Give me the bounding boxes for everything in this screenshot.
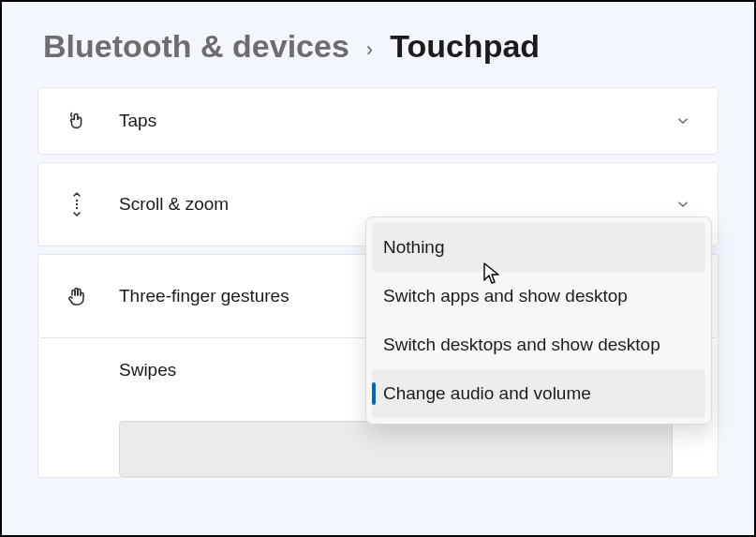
dropdown-option-switch-desktops[interactable]: Switch desktops and show desktop: [372, 321, 705, 369]
svg-point-0: [76, 200, 78, 201]
breadcrumb-current: Touchpad: [390, 28, 540, 65]
section-title: Taps: [119, 111, 674, 131]
option-label: Switch desktops and show desktop: [383, 335, 660, 355]
scroll-icon: [65, 191, 89, 217]
svg-point-1: [76, 203, 78, 205]
section-taps[interactable]: Taps: [37, 87, 719, 155]
breadcrumb-parent[interactable]: Bluetooth & devices: [43, 28, 349, 65]
chevron-down-icon: [674, 112, 691, 129]
option-label: Switch apps and show desktop: [383, 286, 628, 306]
chevron-right-icon: ›: [366, 37, 373, 62]
tap-icon: [65, 111, 89, 131]
option-label: Nothing: [383, 237, 445, 258]
dropdown-option-switch-apps[interactable]: Switch apps and show desktop: [372, 272, 705, 321]
svg-point-2: [76, 207, 78, 209]
hand-icon: [65, 285, 89, 307]
gesture-preview: [119, 421, 673, 477]
swipes-dropdown[interactable]: Nothing Switch apps and show desktop Swi…: [365, 216, 712, 425]
option-label: Change audio and volume: [383, 383, 591, 404]
dropdown-option-nothing[interactable]: Nothing: [372, 223, 705, 272]
swipes-label: Swipes: [119, 360, 176, 380]
chevron-down-icon: [674, 196, 691, 213]
dropdown-option-audio-volume[interactable]: Change audio and volume: [372, 369, 705, 418]
section-title: Scroll & zoom: [119, 194, 674, 215]
breadcrumb: Bluetooth & devices › Touchpad: [2, 2, 754, 87]
